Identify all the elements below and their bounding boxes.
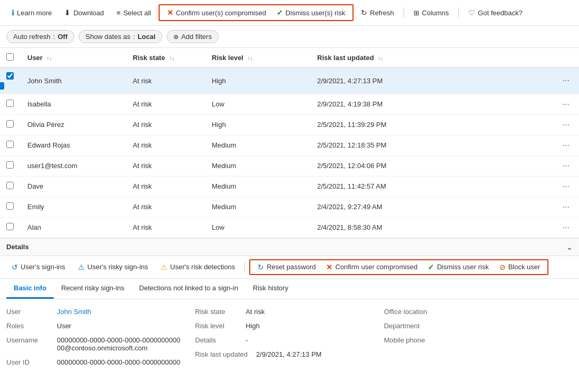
mobile-info-label: Mobile phone <box>384 336 426 344</box>
highlighted-toolbar-actions: ✕ Confirm user(s) compromised ✓ Dismiss … <box>159 4 354 21</box>
office-info-label: Office location <box>384 308 427 316</box>
user-risky-signins-button[interactable]: ⚠ User's risky sign-ins <box>73 260 153 274</box>
table-row[interactable]: Dave At risk Medium 2/5/2021, 11:42:57 A… <box>0 176 579 197</box>
user-info-value[interactable]: John Smith <box>57 308 91 316</box>
info-col-2: Risk state At risk Risk level High Detai… <box>195 308 384 373</box>
row-user: Dave <box>21 176 126 197</box>
warning-icon: ⚠ <box>161 263 168 271</box>
row-checkbox[interactable] <box>6 202 14 210</box>
row-checkbox[interactable] <box>6 141 14 148</box>
row-risk-level: High <box>205 68 311 94</box>
row-risk-level: Medium <box>205 197 311 217</box>
add-filters-pill[interactable]: ⊕ Add filters <box>166 30 219 43</box>
select-all-button[interactable]: ≡ Select all <box>111 6 156 20</box>
tab-detections-not-linked[interactable]: Detections not linked to a sign-in <box>132 279 246 299</box>
row-checkbox-cell[interactable] <box>0 176 21 197</box>
row-ellipsis-cell[interactable]: ··· <box>553 68 579 94</box>
row-checkbox[interactable] <box>6 120 14 128</box>
row-risk-state: At risk <box>126 176 205 197</box>
row-checkbox[interactable] <box>6 223 14 230</box>
row-checkbox-cell[interactable] <box>0 94 21 114</box>
row-user: Olivia Pérez <box>21 114 126 135</box>
risk-level-column-header[interactable]: Risk level ↑↓ <box>205 48 311 68</box>
risk-state-column-header[interactable]: Risk state ↑↓ <box>126 48 205 68</box>
details-title: Details <box>6 243 29 251</box>
row-checkbox-cell[interactable] <box>0 114 21 135</box>
block-user-button[interactable]: ⊘ Block user <box>494 260 546 274</box>
row-ellipsis-button[interactable]: ··· <box>560 222 573 233</box>
risk-updated-info-label: Risk last updated <box>195 350 248 358</box>
table-row[interactable]: Olivia Pérez At risk High 2/5/2021, 11:3… <box>0 114 579 135</box>
tab-basic-info[interactable]: Basic info <box>6 279 54 299</box>
user-column-header[interactable]: User ↑↓ <box>21 48 126 68</box>
row-user: Isabella <box>21 94 126 114</box>
confirm-compromised-button[interactable]: ✕ Confirm user(s) compromised <box>162 5 271 20</box>
table-row[interactable]: Emily At risk Medium 2/4/2021, 9:27:49 A… <box>0 197 579 217</box>
learn-more-button[interactable]: ℹ Learn more <box>6 5 57 20</box>
row-ellipsis-cell[interactable]: ··· <box>553 176 579 197</box>
row-checkbox[interactable] <box>6 161 14 169</box>
details-section-header[interactable]: Details ⌄ <box>0 239 579 256</box>
row-checkbox-cell[interactable] <box>0 155 21 176</box>
table-row[interactable]: Isabella At risk Low 2/9/2021, 4:19:38 P… <box>0 94 579 114</box>
row-risk-updated: 2/5/2021, 11:39:29 PM <box>311 114 553 135</box>
info-row-risk-updated: Risk last updated 2/9/2021, 4:27:13 PM <box>195 350 384 358</box>
row-checkbox[interactable] <box>6 100 14 107</box>
row-ellipsis-button[interactable]: ··· <box>560 160 573 172</box>
row-checkbox-cell[interactable] <box>0 217 21 238</box>
download-button[interactable]: ⬇ Download <box>59 5 109 20</box>
row-user: Alan <box>21 217 126 238</box>
row-checkbox-cell[interactable] <box>0 197 21 217</box>
risk-updated-column-header[interactable]: Risk last updated ↑↓ <box>311 48 553 68</box>
info-row-roles: Roles User <box>6 322 195 330</box>
tab-risk-history[interactable]: Risk history <box>246 279 296 299</box>
dismiss-risk-button[interactable]: ✓ Dismiss user(s) risk <box>271 5 350 20</box>
details-info-label: Details <box>195 336 237 344</box>
x-detail-icon: ✕ <box>326 263 332 271</box>
tab-recent-risky-signins[interactable]: Recent risky sign-ins <box>54 279 132 299</box>
row-ellipsis-cell[interactable]: ··· <box>553 155 579 176</box>
select-all-checkbox[interactable] <box>6 53 14 61</box>
risk-state-sort-icon: ↑↓ <box>169 55 174 61</box>
row-ellipsis-cell[interactable]: ··· <box>553 135 579 155</box>
highlighted-detail-actions: ↻ Reset password ✕ Confirm user compromi… <box>249 259 548 275</box>
table-row[interactable]: Edward Rojas At risk Medium 2/5/2021, 12… <box>0 135 579 155</box>
columns-button[interactable]: ⊞ Columns <box>408 6 454 20</box>
row-ellipsis-button[interactable]: ··· <box>560 99 573 110</box>
row-ellipsis-button[interactable]: ··· <box>560 201 573 213</box>
table-row[interactable]: John Smith At risk High 2/9/2021, 4:27:1… <box>0 68 579 94</box>
user-signins-button[interactable]: ↺ User's sign-ins <box>6 260 71 274</box>
row-ellipsis-cell[interactable]: ··· <box>553 197 579 217</box>
row-checkbox-cell[interactable] <box>0 68 21 94</box>
heart-icon: ♡ <box>468 8 475 17</box>
row-ellipsis-button[interactable]: ··· <box>560 181 573 192</box>
row-risk-level: Medium <box>205 135 311 155</box>
row-ellipsis-cell[interactable]: ··· <box>553 217 579 238</box>
refresh-button[interactable]: ↻ Refresh <box>356 5 399 20</box>
row-checkbox-cell[interactable] <box>0 135 21 155</box>
row-ellipsis-cell[interactable]: ··· <box>553 94 579 114</box>
risk-level-sort-icon: ↑↓ <box>248 55 253 61</box>
confirm-user-compromised-button[interactable]: ✕ Confirm user compromised <box>321 260 423 274</box>
select-all-checkbox-header[interactable] <box>0 48 21 68</box>
row-checkbox[interactable] <box>6 182 14 189</box>
row-risk-state: At risk <box>126 217 205 238</box>
info-row-user: User John Smith <box>6 308 195 316</box>
auto-refresh-pill[interactable]: Auto refresh : Off <box>6 30 74 43</box>
user-risk-detections-button[interactable]: ⚠ User's risk detections <box>155 260 240 274</box>
table-row[interactable]: Alan At risk Low 2/4/2021, 8:58:30 AM ··… <box>0 217 579 238</box>
row-ellipsis-cell[interactable]: ··· <box>553 114 579 135</box>
row-ellipsis-button[interactable]: ··· <box>560 140 573 151</box>
row-ellipsis-button[interactable]: ··· <box>560 75 573 86</box>
filter-icon: ⊕ <box>173 33 179 41</box>
show-dates-pill[interactable]: Show dates as : Local <box>78 30 162 43</box>
dismiss-user-risk-button[interactable]: ✓ Dismiss user risk <box>423 260 494 274</box>
risky-users-table: User ↑↓ Risk state ↑↓ Risk level ↑↓ Risk… <box>0 48 579 239</box>
row-ellipsis-button[interactable]: ··· <box>560 119 573 131</box>
reset-password-button[interactable]: ↻ Reset password <box>252 260 321 274</box>
row-risk-updated: 2/9/2021, 4:27:13 PM <box>311 68 553 94</box>
row-checkbox[interactable] <box>6 72 14 80</box>
table-row[interactable]: user1@test.com At risk Medium 2/5/2021, … <box>0 155 579 176</box>
chevron-down-icon: ⌄ <box>566 243 573 251</box>
feedback-button[interactable]: ♡ Got feedback? <box>463 5 528 20</box>
